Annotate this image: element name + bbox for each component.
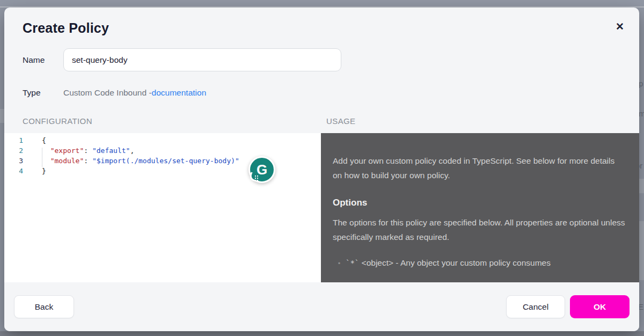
background-row-fragment (639, 179, 644, 193)
background-row-fragment (639, 221, 644, 280)
name-label: Name (23, 55, 63, 65)
options-description: The options for this policy are specifie… (333, 215, 625, 244)
line-number: 2 (4, 145, 23, 156)
code-text: } (23, 166, 46, 176)
type-row: Type Custom Code Inbound - documentation (23, 88, 206, 98)
option-text: `*` <object> - Any object your custom po… (346, 258, 551, 268)
background-bottom-strip (0, 331, 644, 336)
configuration-header: CONFIGURATION (23, 116, 92, 126)
json-value: "$import(./modules/set-query-body)" (92, 157, 239, 165)
policy-name-input[interactable] (63, 48, 341, 71)
line-number-active: 3 (4, 156, 23, 166)
option-list-item: • `*` <object> - Any object your custom … (333, 258, 625, 268)
code-text: { (23, 135, 46, 145)
json-key: "export" (50, 147, 84, 155)
grammarly-g-glyph: G (257, 163, 267, 177)
dialog-footer: Back Cancel OK (4, 282, 639, 331)
background-clipped-text: m (639, 109, 644, 118)
bullet-icon: • (333, 259, 346, 267)
background-clipped-text: p (639, 79, 643, 88)
json-value: "default" (92, 147, 130, 155)
ok-button[interactable]: OK (570, 295, 630, 318)
dialog-columns: 1 { 2 "export": "default", 3 "module": "… (4, 133, 639, 282)
type-label: Type (23, 88, 63, 98)
usage-panel: Add your own custom policy coded in Type… (321, 133, 639, 282)
type-value: Custom Code Inbound - (63, 88, 152, 98)
documentation-link[interactable]: documentation (152, 88, 207, 98)
configuration-code-editor[interactable]: 1 { 2 "export": "default", 3 "module": "… (4, 133, 321, 282)
code-line: 1 { (4, 135, 321, 145)
cancel-button[interactable]: Cancel (506, 295, 565, 318)
json-key: "module" (50, 157, 84, 165)
line-number: 1 (4, 135, 23, 145)
line-number: 4 (4, 166, 23, 176)
usage-description: Add your own custom policy coded in Type… (333, 154, 625, 182)
usage-header: USAGE (326, 116, 356, 126)
dialog-title: Create Policy (23, 20, 109, 36)
code-text: "export": "default", (23, 145, 134, 156)
options-heading: Options (333, 198, 625, 208)
close-icon[interactable]: ✕ (616, 21, 624, 32)
grammarly-drag-dots-icon (255, 176, 256, 177)
code-text: "module": "$import(./modules/set-query-b… (23, 156, 239, 166)
create-policy-dialog: Create Policy ✕ Name Type Custom Code In… (4, 8, 639, 331)
background-row-fragment (0, 109, 4, 123)
indent-guide (42, 148, 42, 167)
code-line: 2 "export": "default", (4, 145, 321, 156)
name-row: Name (23, 48, 341, 71)
grammarly-icon[interactable]: G (248, 156, 275, 183)
back-button[interactable]: Back (14, 295, 74, 318)
